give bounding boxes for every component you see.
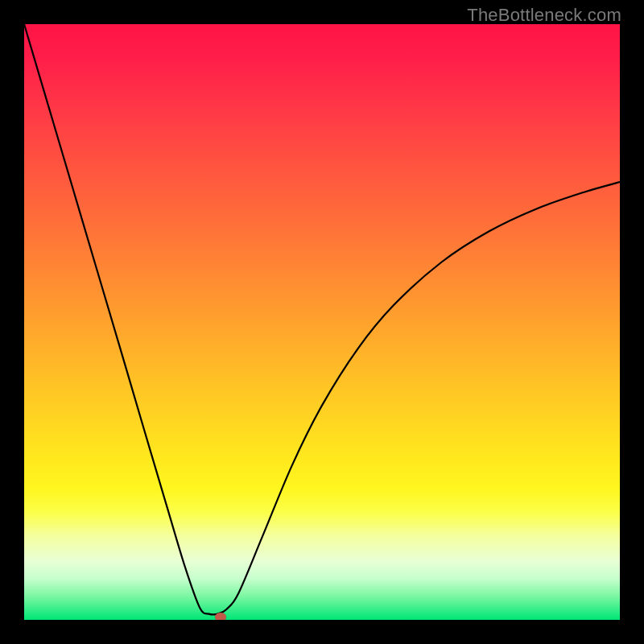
min-marker (215, 613, 226, 620)
watermark-text: TheBottleneck.com (467, 5, 621, 26)
plot-area (24, 24, 620, 620)
curve-svg (24, 24, 620, 620)
curve-path (24, 24, 620, 614)
chart-frame: TheBottleneck.com (0, 0, 644, 644)
